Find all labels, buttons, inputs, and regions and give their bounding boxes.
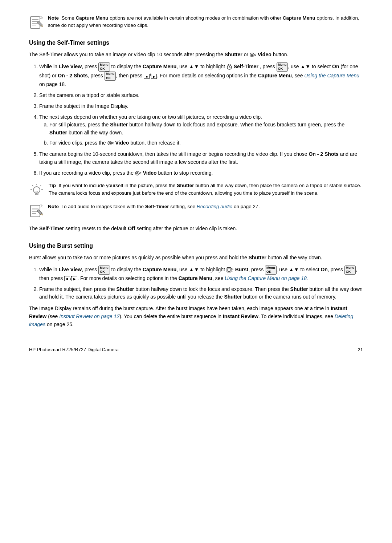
section2-steps: While in Live View, press MenuOK to disp… — [39, 266, 363, 301]
capture-menu-link-2[interactable]: Using the Capture Menu on page 18. — [225, 275, 308, 281]
menu-ok-btn6: MenuOK — [344, 266, 356, 275]
svg-line-17 — [230, 64, 230, 65]
section1-intro: The Self-Timer allows you to take an ima… — [29, 51, 363, 59]
step-2-1: While in Live View, press MenuOK to disp… — [39, 266, 363, 283]
footer-page-number: 21 — [358, 346, 363, 353]
svg-line-11 — [254, 54, 256, 55]
svg-line-22 — [111, 143, 113, 144]
tip-text: Tip If you want to include yourself in t… — [49, 182, 363, 197]
shutter-icon-burst: ■ — [64, 276, 70, 281]
svg-line-27 — [139, 173, 141, 174]
tip-icon — [29, 183, 44, 198]
section1-steps: While in Live View, press MenuOK to disp… — [39, 62, 363, 177]
svg-point-33 — [33, 187, 40, 193]
page-content: Note Some Capture Menu options are not a… — [29, 15, 363, 353]
step-2-2: Frame the subject, then press the Shutte… — [39, 285, 363, 301]
svg-line-26 — [139, 172, 141, 173]
svg-line-21 — [111, 142, 113, 143]
svg-point-25 — [137, 173, 137, 173]
svg-point-10 — [252, 55, 252, 55]
step-1-3: Frame the subject in the Image Display. — [39, 102, 363, 110]
step-1-1: While in Live View, press MenuOK to disp… — [39, 62, 363, 89]
video-button-icon — [250, 52, 256, 58]
svg-rect-47 — [228, 268, 230, 272]
svg-line-12 — [254, 55, 256, 56]
step-1-4: The next steps depend on whether you are… — [39, 113, 363, 147]
section2-intro: Burst allows you to take two or more pic… — [29, 254, 363, 262]
video-icon-b — [107, 140, 114, 146]
section2-heading: Using the Burst setting — [29, 242, 363, 250]
self-timer-icon — [226, 64, 232, 70]
section2-closing: The Image Display remains off during the… — [29, 305, 363, 328]
step-1-2: Set the camera on a tripod or stable sur… — [39, 92, 363, 100]
play-icon: ▶ — [151, 74, 157, 79]
svg-point-20 — [109, 143, 110, 143]
menu-ok-btn: MenuOK — [98, 62, 110, 72]
note-box-2: Note To add audio to images taken with t… — [29, 203, 363, 218]
shutter-square-icon: ■ — [144, 74, 150, 79]
svg-line-29 — [40, 185, 41, 186]
note-text-2: Note To add audio to images taken with t… — [48, 203, 260, 210]
page-footer: HP Photosmart R725/R727 Digital Camera 2… — [29, 343, 363, 353]
section1-heading: Using the Self-Timer settings — [29, 39, 363, 47]
svg-line-31 — [32, 185, 33, 186]
burst-icon — [226, 267, 234, 273]
menu-ok-btn2: MenuOK — [277, 62, 288, 72]
menu-ok-btn5: MenuOK — [265, 266, 277, 275]
tip-box: Tip If you want to include yourself in t… — [29, 182, 363, 198]
svg-rect-35 — [35, 194, 38, 195]
capture-menu-link-1[interactable]: Using the Capture Menu — [304, 73, 359, 78]
note-icon-2 — [29, 204, 44, 218]
menu-ok-btn4: MenuOK — [98, 266, 110, 275]
menu-ok-btn3: MenuOK — [105, 72, 116, 81]
video-icon-6 — [135, 170, 142, 176]
substep-b: For video clips, press the Video button,… — [49, 139, 363, 147]
note-label-top: Note — [48, 15, 62, 21]
recording-audio-link[interactable]: Recording audio — [197, 204, 232, 209]
play-icon-burst: ▶ — [72, 276, 77, 281]
note-text-top: Note Some Capture Menu options are not a… — [48, 15, 363, 29]
substeps: For still pictures, press the Shutter bu… — [49, 121, 363, 147]
svg-line-16 — [228, 64, 229, 65]
note-icon-top — [29, 15, 44, 30]
substep-a: For still pictures, press the Shutter bu… — [49, 121, 363, 137]
section1-closing: The Self-Timer setting resets to the def… — [29, 225, 363, 233]
step-1-5: The camera begins the 10-second countdow… — [39, 150, 363, 166]
note-box-top: Note Some Capture Menu options are not a… — [29, 15, 363, 30]
step-1-6: If you are recording a video clip, press… — [39, 169, 363, 177]
footer-left: HP Photosmart R725/R727 Digital Camera — [29, 346, 119, 353]
instant-review-link[interactable]: Instant Review on page 12 — [59, 313, 119, 319]
